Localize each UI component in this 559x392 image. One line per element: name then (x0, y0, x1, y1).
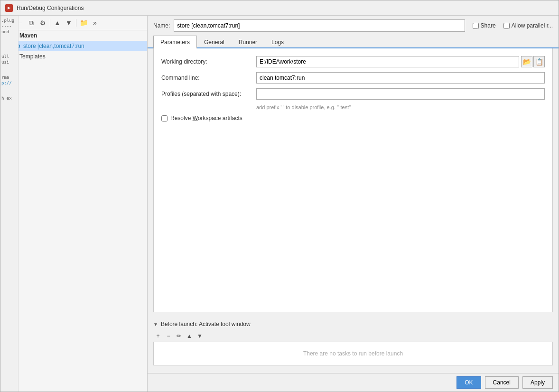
code-line-3: und (1, 29, 17, 35)
share-checkbox-label[interactable]: Share (473, 22, 496, 29)
name-field-label: Name: (153, 22, 170, 29)
code-line-gap2 (1, 65, 17, 75)
tree-label-store: store [clean,tomcat7:run (23, 43, 84, 49)
ok-button[interactable]: OK (457, 376, 481, 389)
background-code-strip: .plug ---- und ull usi rma p:// h ex (0, 16, 19, 392)
code-line-1: .plug (1, 18, 17, 23)
bottom-buttons: OK Cancel Apply (148, 373, 559, 392)
main-content: + − ⧉ ⚙ ▲ ▼ 📁 » ▼ m Maven (0, 16, 559, 392)
tab-general[interactable]: General (197, 36, 232, 48)
resolve-workspace-label: Resolve Workspace artifacts (170, 115, 242, 121)
dir-buttons: 📂 📋 (521, 56, 545, 67)
profiles-hint: add prefix '-' to disable profile, e.g. … (256, 104, 545, 110)
before-launch-list: There are no tasks to run before launch (153, 342, 553, 365)
tabs-row: Parameters General Runner Logs (148, 36, 559, 48)
no-tasks-text: There are no tasks to run before launch (303, 350, 403, 357)
bl-add-button[interactable]: + (153, 331, 163, 341)
before-launch-label: Before launch: Activate tool window (161, 321, 251, 327)
bl-up-button[interactable]: ▲ (185, 331, 194, 341)
config-name-input[interactable] (174, 19, 465, 32)
working-directory-label: Working directory: (161, 58, 256, 65)
run-debug-configurations-window: Run/Debug Configurations + − ⧉ ⚙ ▲ ▼ 📁 » (0, 0, 559, 392)
left-toolbar: + − ⧉ ⚙ ▲ ▼ 📁 » (0, 16, 147, 30)
profiles-label: Profiles (separated with space): (161, 91, 256, 97)
collapse-arrow-icon: ▼ (153, 322, 158, 327)
before-launch-header[interactable]: ▼ Before launch: Activate tool window (153, 318, 553, 330)
working-directory-input[interactable] (256, 56, 519, 67)
copy-config-button[interactable]: ⧉ (26, 18, 37, 28)
tree-item-maven[interactable]: ▼ m Maven (0, 30, 147, 41)
tree-label-templates: Templates (19, 53, 46, 60)
before-launch-toolbar: + − ✏ ▲ ▼ (153, 330, 553, 342)
move-up-button[interactable]: ▲ (52, 18, 63, 28)
toolbar-separator-2 (76, 19, 76, 27)
code-line-8: h ex (1, 95, 17, 101)
tree-item-templates[interactable]: ▶ 🔧 Templates (0, 51, 147, 62)
code-line-4: ull (1, 54, 17, 59)
workspace-underline: W (193, 115, 198, 121)
code-line-2: ---- (1, 23, 17, 29)
more-button[interactable]: » (90, 18, 100, 28)
apply-button[interactable]: Apply (522, 376, 553, 389)
left-panel: + − ⧉ ⚙ ▲ ▼ 📁 » ▼ m Maven (0, 16, 148, 392)
share-options: Share Allow parallel r... (473, 22, 553, 29)
bl-remove-button[interactable]: − (164, 331, 173, 341)
code-line-7: p:// (1, 80, 17, 86)
bl-edit-button[interactable]: ✏ (174, 331, 184, 341)
share-checkbox[interactable] (473, 23, 479, 29)
profiles-row: Profiles (separated with space): (161, 88, 545, 100)
parallel-checkbox[interactable] (503, 23, 510, 29)
settings-button[interactable]: ⚙ (37, 18, 48, 28)
command-line-label: Command line: (161, 75, 256, 81)
tab-parameters[interactable]: Parameters (153, 36, 197, 48)
config-tree: ▼ m Maven m store [clean,tomcat7:run ▶ (0, 30, 147, 392)
working-directory-row: Working directory: 📂 📋 (161, 56, 545, 67)
resolve-workspace-row: Resolve Workspace artifacts (161, 115, 545, 121)
parameters-form: Working directory: 📂 📋 Command line: Pro… (153, 48, 553, 312)
toolbar-separator-1 (50, 19, 50, 27)
name-share-bar: Name: Share Allow parallel r... (148, 16, 559, 36)
tree-label-maven: Maven (19, 32, 37, 39)
window-icon (5, 4, 13, 12)
window-title: Run/Debug Configurations (17, 5, 84, 11)
expand-macro-button[interactable]: 📋 (533, 56, 545, 67)
before-launch-section: ▼ Before launch: Activate tool window + … (153, 318, 553, 369)
command-line-row: Command line: (161, 72, 545, 84)
tab-runner[interactable]: Runner (232, 36, 264, 48)
folder-button[interactable]: 📁 (78, 18, 89, 28)
title-bar: Run/Debug Configurations (0, 0, 559, 16)
tab-logs[interactable]: Logs (264, 36, 291, 48)
code-line-6: rma (1, 75, 17, 80)
resolve-workspace-checkbox[interactable] (161, 115, 168, 121)
parallel-checkbox-label[interactable]: Allow parallel r... (503, 22, 553, 29)
code-line-5: usi (1, 59, 17, 65)
code-line-gap3 (1, 86, 17, 95)
right-panel: Name: Share Allow parallel r... Paramete… (148, 16, 559, 392)
move-down-button[interactable]: ▼ (64, 18, 74, 28)
command-line-input[interactable] (256, 72, 545, 84)
browse-folder-button[interactable]: 📂 (521, 56, 532, 67)
bl-down-button[interactable]: ▼ (195, 331, 205, 341)
tree-item-store[interactable]: m store [clean,tomcat7:run (0, 41, 147, 51)
code-line-gap (1, 35, 17, 54)
cancel-button[interactable]: Cancel (485, 376, 519, 389)
profiles-input[interactable] (256, 88, 545, 100)
